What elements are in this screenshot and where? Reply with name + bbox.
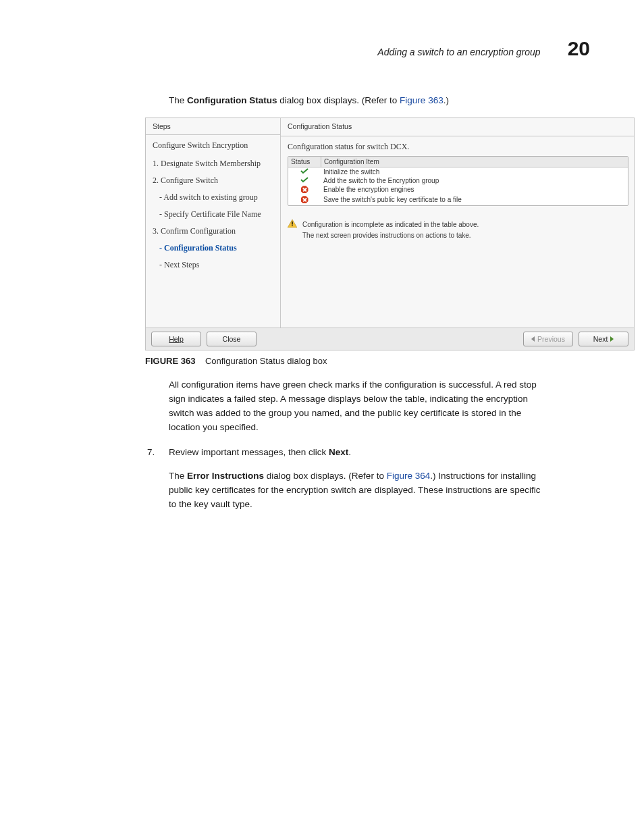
step-item: - Next Steps: [159, 260, 273, 270]
dialog-footer: Help Close Previous Next: [146, 328, 634, 350]
text: .: [348, 447, 351, 457]
warning-line: The next screen provides instructions on…: [302, 230, 479, 241]
list-number: 7.: [147, 446, 169, 460]
step-item: 2. Configure Switch: [153, 176, 273, 186]
warning-icon: [288, 219, 297, 228]
body-paragraph: The Error Instructions dialog box displa…: [169, 469, 549, 512]
figure-text: Configuration Status dialog box: [205, 356, 327, 366]
warning-message: Configuration is incomplete as indicated…: [288, 219, 627, 241]
col-status: Status: [288, 157, 321, 167]
warning-line: Configuration is incomplete as indicated…: [302, 219, 479, 230]
figure-caption: FIGURE 363 Configuration Status dialog b…: [145, 356, 597, 366]
figure-label: FIGURE 363: [145, 356, 195, 366]
stop-icon: [301, 186, 308, 193]
text: .): [444, 95, 449, 105]
table-row: Add the switch to the Encryption group: [288, 176, 628, 185]
body-paragraph: All configuration items have green check…: [169, 378, 549, 435]
step-item-current: - Configuration Status: [159, 243, 273, 253]
steps-panel-title: Steps: [153, 122, 273, 130]
text: dialog box displays. (Refer to: [264, 471, 387, 481]
text-bold: Configuration Status: [187, 95, 277, 105]
intro-paragraph: The Configuration Status dialog box disp…: [169, 94, 597, 107]
figure-link[interactable]: Figure 364: [387, 471, 431, 481]
check-icon: [300, 177, 308, 183]
text-bold: Error Instructions: [187, 471, 264, 481]
config-status-dialog: Steps Configure Switch Encryption 1. Des…: [145, 118, 635, 350]
text: dialog box displays. (Refer to: [277, 95, 400, 105]
col-item: Configuration Item: [321, 157, 628, 167]
stop-icon: [301, 196, 308, 203]
config-item: Enable the encryption engines: [321, 185, 628, 195]
text-bold: Next: [329, 447, 348, 457]
table-row: Initialize the switch: [288, 167, 628, 176]
close-button[interactable]: Close: [207, 332, 257, 346]
svg-rect-1: [292, 221, 292, 225]
table-row: Save the switch's public key certificate…: [288, 195, 628, 205]
step-item: - Specify Certificate File Name: [159, 209, 273, 219]
next-button[interactable]: Next: [579, 332, 628, 346]
step-item: 3. Confirm Configuration: [153, 226, 273, 236]
list-item-7: 7. Review important messages, then click…: [147, 446, 549, 460]
help-button[interactable]: Help: [151, 332, 201, 346]
chevron-left-icon: [531, 336, 535, 342]
svg-rect-2: [292, 226, 292, 226]
text: The: [169, 471, 187, 481]
figure-link[interactable]: Figure 363: [400, 95, 444, 105]
text: The: [169, 95, 187, 105]
status-caption: Configuration status for switch DCX.: [288, 142, 627, 152]
config-item: Initialize the switch: [321, 167, 628, 176]
header-title: Adding a switch to an encryption group: [377, 47, 540, 57]
previous-button: Previous: [523, 332, 573, 346]
status-table: Status Configuration Item Initialize the…: [288, 156, 628, 206]
table-header: Status Configuration Item: [288, 157, 628, 167]
step-item: 1. Designate Switch Membership: [153, 159, 273, 169]
table-row: Enable the encryption engines: [288, 185, 628, 195]
steps-panel: Steps Configure Switch Encryption 1. Des…: [146, 118, 281, 328]
check-icon: [300, 168, 308, 174]
config-item: Save the switch's public key certificate…: [321, 195, 628, 205]
chapter-number: 20: [568, 37, 590, 60]
status-panel-title: Configuration Status: [288, 122, 627, 130]
text: Review important messages, then click: [169, 447, 329, 457]
steps-heading: Configure Switch Encryption: [153, 140, 273, 151]
step-item: - Add switch to existing group: [159, 192, 273, 203]
status-panel: Configuration Status Configuration statu…: [281, 118, 634, 328]
page-header: Adding a switch to an encryption group 2…: [47, 37, 597, 60]
chevron-right-icon: [610, 336, 614, 342]
config-item: Add the switch to the Encryption group: [321, 176, 628, 185]
